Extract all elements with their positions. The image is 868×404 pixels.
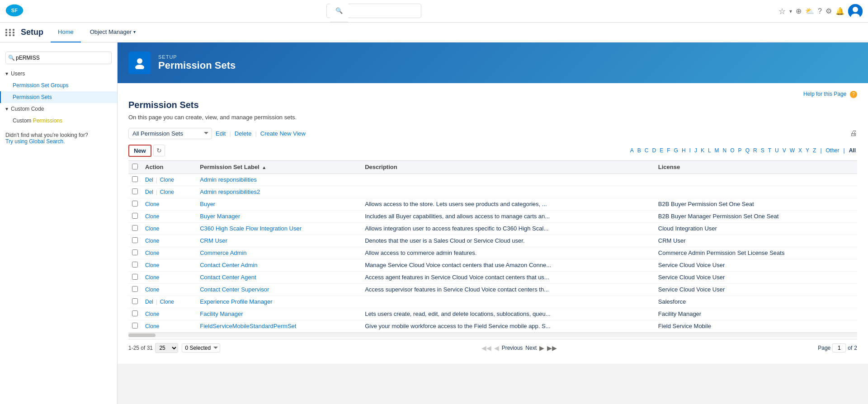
print-icon[interactable]: 🖨: [850, 129, 857, 137]
create-new-view-link[interactable]: Create New View: [260, 130, 306, 137]
row-checkbox-9[interactable]: [132, 286, 138, 292]
alpha-c[interactable]: C: [643, 147, 650, 154]
alpha-w[interactable]: W: [788, 147, 796, 154]
add-icon[interactable]: ⊕: [796, 7, 802, 15]
row-checkbox-5[interactable]: [132, 237, 138, 243]
delete-link-1[interactable]: Del: [145, 189, 153, 195]
clone-link-4[interactable]: Clone: [145, 225, 159, 232]
sort-icon[interactable]: ▲: [262, 165, 266, 170]
clone-link-12[interactable]: Clone: [145, 323, 159, 329]
alpha-u[interactable]: U: [774, 147, 780, 154]
alpha-r[interactable]: R: [752, 147, 759, 154]
help-for-page-link[interactable]: Help for this Page: [803, 91, 846, 97]
alpha-other[interactable]: Other: [825, 147, 841, 154]
permission-set-label-10[interactable]: Experience Profile Manager: [200, 298, 272, 305]
alpha-g[interactable]: G: [673, 147, 679, 154]
alpha-l[interactable]: L: [707, 147, 712, 154]
permission-set-label-7[interactable]: Contact Center Admin: [200, 262, 257, 268]
refresh-button[interactable]: ↻: [153, 145, 165, 156]
permission-set-label-12[interactable]: FieldServiceMobileStandardPermSet: [200, 323, 296, 329]
clone-link-8[interactable]: Clone: [145, 274, 159, 281]
sidebar-item-permission-sets[interactable]: Permission Sets: [0, 91, 117, 103]
global-search-link[interactable]: Try using Global Search.: [5, 138, 65, 145]
salesforce-logo[interactable]: SF: [5, 4, 24, 18]
clone-link-10[interactable]: Clone: [160, 299, 174, 305]
alpha-v[interactable]: V: [781, 147, 788, 154]
alpha-m[interactable]: M: [713, 147, 721, 154]
next-page-button[interactable]: ▶: [539, 344, 544, 352]
row-checkbox-8[interactable]: [132, 274, 138, 280]
lightning-icon[interactable]: ⛅: [805, 7, 814, 15]
edit-view-link[interactable]: Edit: [216, 130, 226, 137]
favorites-dropdown-icon[interactable]: ▾: [789, 8, 792, 14]
prev-page-button[interactable]: ◀: [494, 344, 499, 352]
row-checkbox-3[interactable]: [132, 213, 138, 219]
pagination-range-select[interactable]: 2550100: [155, 343, 178, 353]
help-icon[interactable]: ?: [818, 7, 822, 15]
alpha-y[interactable]: Y: [804, 147, 811, 154]
row-checkbox-10[interactable]: [132, 298, 138, 304]
row-checkbox-4[interactable]: [132, 225, 138, 231]
alpha-i[interactable]: I: [688, 147, 692, 154]
row-checkbox-12[interactable]: [132, 323, 138, 329]
new-button[interactable]: New: [128, 145, 151, 157]
permission-set-label-11[interactable]: Facility Manager: [200, 310, 243, 317]
alpha-all[interactable]: All: [848, 147, 857, 154]
delete-view-link[interactable]: Delete: [235, 130, 252, 137]
alpha-n[interactable]: N: [722, 147, 728, 154]
alpha-f[interactable]: F: [665, 147, 671, 154]
clone-link-3[interactable]: Clone: [145, 213, 159, 220]
alpha-j[interactable]: J: [693, 147, 698, 154]
row-checkbox-2[interactable]: [132, 201, 138, 207]
clone-link-7[interactable]: Clone: [145, 262, 159, 268]
alpha-o[interactable]: O: [729, 147, 736, 154]
sidebar-section-custom-code[interactable]: ▾ Custom Code: [0, 103, 117, 115]
alpha-s[interactable]: S: [760, 147, 766, 154]
favorites-star-icon[interactable]: ☆: [778, 6, 786, 16]
notification-icon[interactable]: 🔔: [835, 7, 844, 15]
alpha-p[interactable]: P: [737, 147, 743, 154]
clone-link-2[interactable]: Clone: [145, 201, 159, 207]
permission-set-label-0[interactable]: Admin responsibilities: [200, 176, 257, 183]
sidebar-search-input[interactable]: pERMISS: [5, 52, 112, 64]
permission-sets-filter-select[interactable]: All Permission Sets Standard Permission …: [128, 128, 212, 139]
clone-link-9[interactable]: Clone: [145, 287, 159, 293]
first-page-button[interactable]: ◀◀: [481, 344, 491, 352]
permission-set-label-8[interactable]: Contact Center Agent: [200, 274, 256, 281]
alpha-b[interactable]: B: [636, 147, 642, 154]
settings-icon[interactable]: ⚙: [826, 7, 832, 15]
select-all-checkbox[interactable]: [132, 164, 138, 169]
permission-set-label-9[interactable]: Contact Center Supervisor: [200, 286, 269, 293]
page-number-input[interactable]: [832, 343, 846, 352]
permission-set-label-5[interactable]: CRM User: [200, 237, 227, 244]
alpha-z[interactable]: Z: [811, 147, 817, 154]
clone-link-0[interactable]: Clone: [160, 177, 174, 183]
clone-link-6[interactable]: Clone: [145, 250, 159, 256]
row-checkbox-0[interactable]: [132, 176, 138, 182]
clone-link-11[interactable]: Clone: [145, 311, 159, 317]
permission-set-label-4[interactable]: C360 High Scale Flow Integration User: [200, 225, 302, 232]
selected-count-dropdown[interactable]: 0 Selected: [182, 343, 220, 352]
delete-link-10[interactable]: Del: [145, 299, 153, 305]
row-checkbox-1[interactable]: [132, 188, 138, 194]
row-checkbox-7[interactable]: [132, 262, 138, 268]
permission-set-label-3[interactable]: Buyer Manager: [200, 213, 240, 220]
clone-link-1[interactable]: Clone: [160, 189, 174, 195]
tab-home[interactable]: Home: [51, 23, 81, 42]
alpha-q[interactable]: Q: [744, 147, 751, 154]
alpha-h[interactable]: H: [680, 147, 687, 154]
alpha-k[interactable]: K: [699, 147, 706, 154]
permission-set-label-6[interactable]: Commerce Admin: [200, 249, 246, 256]
row-checkbox-6[interactable]: [132, 249, 138, 255]
horizontal-scrollbar[interactable]: [128, 333, 857, 337]
last-page-button[interactable]: ▶▶: [547, 344, 557, 352]
alpha-t[interactable]: T: [767, 147, 773, 154]
delete-link-0[interactable]: Del: [145, 177, 153, 183]
sidebar-section-users[interactable]: ▾ Users: [0, 68, 117, 80]
row-checkbox-11[interactable]: [132, 310, 138, 316]
alpha-a[interactable]: A: [629, 147, 635, 154]
alpha-e[interactable]: E: [658, 147, 665, 154]
alpha-d[interactable]: D: [651, 147, 658, 154]
sidebar-item-permission-set-groups[interactable]: Permission Set Groups: [0, 80, 117, 91]
avatar[interactable]: [848, 4, 863, 19]
